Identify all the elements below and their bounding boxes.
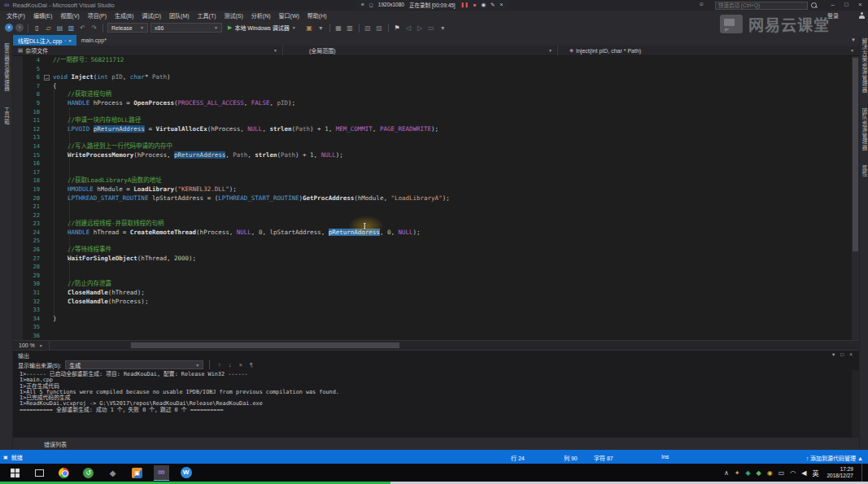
breakpoint-margin[interactable] [13,211,23,220]
recorder-menu-icon[interactable]: ≡ [361,2,364,7]
memory-window-icon[interactable]: ▥ [346,24,355,32]
goto-prev-message-icon[interactable]: ↑ [216,362,223,368]
toggle-word-wrap-icon[interactable]: ¶ [247,362,255,368]
show-desktop-button[interactable] [861,464,865,482]
scrollbar-thumb[interactable] [131,342,399,348]
panel-maximize-icon[interactable]: □ [840,351,844,358]
start-button[interactable] [7,465,23,481]
netease-study[interactable]: W [178,465,194,481]
active-files-dropdown-icon[interactable]: ▼ [851,37,856,42]
breakpoint-margin[interactable] [13,298,23,307]
close-tab-icon[interactable]: × [68,38,72,43]
save-all-icon[interactable]: ▥ [67,24,76,32]
360-hand-icon[interactable]: ✦ [735,469,740,477]
menu-item-project[interactable]: 项目(P) [84,11,111,20]
start-debugging-button[interactable]: ▶ 本地 Windows 调试器 ▼ [225,24,299,32]
uncomment-icon[interactable]: ▨ [375,24,384,32]
editor-vertical-scrollbar[interactable] [852,56,859,340]
panel-close-icon[interactable]: × [849,351,853,358]
search-icon[interactable] [811,2,818,9]
security-shield-icon[interactable]: ◆ [757,469,761,477]
breakpoint-margin[interactable] [13,255,23,264]
navigate-forward-icon[interactable]: › [15,24,24,32]
antivirus-app[interactable]: ↺ [81,465,96,481]
left-strip-tab-toolbox[interactable]: 工具箱 [2,107,11,125]
menu-item-team[interactable]: 团队(M) [165,11,194,20]
open-file-icon[interactable]: ▱ [44,24,53,32]
breakpoint-margin[interactable] [13,99,23,108]
breakpoint-margin[interactable] [13,246,23,255]
breakpoint-margin[interactable] [13,280,23,289]
panel-dropdown-icon[interactable]: ▾ [832,351,835,358]
breakpoint-margin[interactable] [13,203,23,211]
toolbar-overflow-icon[interactable]: ▾ [438,24,447,32]
taskbar-clock[interactable]: 17:29 2018/12/27 [827,466,853,479]
pencil-icon[interactable]: ✎ [491,2,495,8]
breakpoint-margin[interactable] [13,73,23,82]
stop-recording-button[interactable]: ■ [473,2,477,7]
menu-item-view[interactable]: 视图(V) [56,11,83,20]
coin-icon[interactable]: ◉ [767,469,773,477]
volume-icon[interactable]: ◀ [801,469,806,477]
breakpoint-margin[interactable] [13,332,23,340]
pause-recording-button[interactable]: ❚❚ [460,2,469,7]
editor-horizontal-scrollbar[interactable] [50,341,859,350]
pin-icon[interactable]: ◦ [64,38,66,43]
breakpoint-margin[interactable] [13,159,23,168]
scope-dropdown[interactable]: (全局范围) ▼ [283,46,558,55]
menu-item-analyze[interactable]: 分析(N) [247,11,275,20]
breakpoint-margin[interactable] [13,90,23,99]
minimize-button[interactable]: – [826,0,840,10]
zoom-dropdown[interactable]: 100 % ▼ [13,341,50,350]
breakpoint-margin[interactable] [13,323,23,332]
breakpoint-margin[interactable] [13,229,23,238]
screen-recorder-app[interactable]: ▣ [129,465,145,481]
ime-lang-indicator[interactable]: 英 [812,469,818,477]
breakpoint-margin[interactable] [13,125,23,134]
output-scrollbar[interactable] [852,370,859,438]
add-to-source-control-button[interactable]: ↑ 添加到源代码管理 ▲ [806,454,863,462]
right-strip-tab-team-explorer[interactable]: 团队资源管理器 [860,108,868,151]
menu-item-file[interactable]: 文件(F) [2,11,29,20]
tab-main-cpp[interactable]: main.cpp* [76,35,111,46]
breakpoint-margin[interactable] [13,263,23,272]
configuration-dropdown[interactable]: Release▼ [107,23,148,33]
menu-item-build[interactable]: 生成(B) [111,11,137,20]
output-lines[interactable]: 1>------ 已启动全部重新生成: 项目: ReadKouDai, 配置: … [13,370,859,438]
breakpoint-margin[interactable] [13,133,23,142]
menu-item-tools[interactable]: 工具(T) [194,11,220,20]
redo-icon[interactable]: ↷ [89,24,98,32]
left-strip-tab-server-explorer[interactable]: 服务器资源管理器 [2,43,11,92]
clear-bookmarks-icon[interactable]: ▭ [427,24,436,32]
goto-next-message-icon[interactable]: ↓ [226,362,233,368]
menu-item-edit[interactable]: 编辑(E) [29,11,56,20]
tab-error-list[interactable]: 错误列表 [44,440,67,448]
breakpoint-margin[interactable] [13,82,23,91]
breakpoint-margin[interactable] [13,177,23,185]
battery-icon[interactable]: ▭ [779,469,785,477]
member-dropdown[interactable]: ◈ Inject(int pID, char * Path) ▼ [558,46,859,55]
attach-process-icon[interactable]: ▣ [305,24,314,32]
output-source-dropdown[interactable]: 生成 ▼ [65,360,203,369]
prev-bookmark-icon[interactable]: ◁ [404,24,413,32]
preprocessor-icon[interactable]: ▦ [334,24,343,32]
platform-dropdown[interactable]: x86▼ [150,23,222,33]
user-avatar-icon[interactable] [858,12,866,20]
task-view-button[interactable] [32,465,47,481]
breakpoint-margin[interactable] [13,168,23,177]
breakpoint-margin[interactable] [13,315,23,324]
new-file-icon[interactable]: ▯ [33,24,41,32]
save-icon[interactable]: ▤ [55,24,64,32]
network-icon[interactable]: ◠ [790,469,796,477]
360-shield-icon[interactable]: ◈ [745,469,750,477]
undo-icon[interactable]: ↶ [78,24,87,32]
breakpoint-margin[interactable] [13,289,23,298]
chrome[interactable] [56,465,72,481]
menu-item-help[interactable]: 帮助(H) [303,11,331,20]
scrollbar-thumb[interactable] [853,58,858,251]
code-editor[interactable]: 4//一期群号：56821171256–void Inject(int pID,… [13,56,859,340]
camera-icon[interactable]: ◉ [481,2,486,8]
comment-icon[interactable]: ▧ [364,24,373,32]
fold-collapse-icon[interactable]: – [44,75,50,81]
close-button[interactable]: × [853,0,867,10]
